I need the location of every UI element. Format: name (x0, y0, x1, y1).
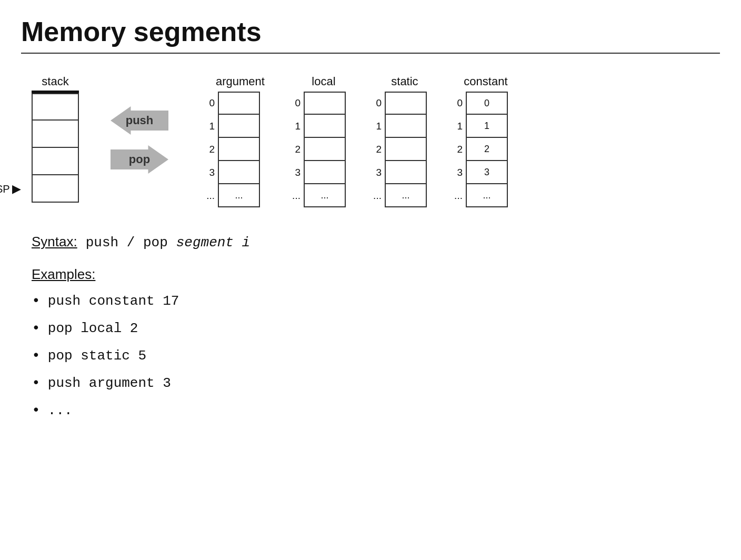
seg-index: ... (200, 190, 215, 202)
seg-index: 1 (286, 121, 301, 132)
seg-row: ...... (286, 184, 346, 207)
seg-row: 0 (200, 92, 260, 115)
stack-cells: SP ▶ (32, 93, 79, 203)
seg-row: 2 (286, 138, 346, 161)
segments-container: argument0123......local0123......static0… (200, 75, 508, 207)
seg-row: 1 (286, 115, 346, 138)
list-item: •push argument 3 (32, 375, 720, 391)
syntax-line: Syntax: push / pop segment i (32, 234, 720, 251)
seg-index: ... (448, 190, 463, 202)
seg-cell (304, 92, 346, 115)
stack-container: stack SP ▶ (32, 75, 79, 203)
seg-index: 1 (200, 121, 215, 132)
seg-index: 3 (286, 167, 301, 178)
seg-row: 0 (367, 92, 427, 115)
seg-row: 3 (367, 161, 427, 184)
stack-cell-1 (32, 93, 79, 121)
seg-cell (385, 115, 427, 138)
example-text: ... (48, 403, 73, 418)
push-arrow-box: push (111, 106, 168, 135)
segment-header-local: local (286, 75, 346, 88)
bullet-icon: • (32, 294, 41, 308)
list-item: •pop static 5 (32, 348, 720, 364)
seg-row: 3 (200, 161, 260, 184)
seg-row: 1 (367, 115, 427, 138)
pop-arrow-box: pop (111, 145, 168, 174)
segment-rows-local: 0123...... (286, 92, 346, 207)
seg-cell: ... (304, 184, 346, 207)
seg-cell (385, 161, 427, 184)
list-item: •... (32, 403, 720, 418)
seg-cell: 2 (466, 138, 508, 161)
seg-index: 3 (200, 167, 215, 178)
seg-cell (218, 92, 260, 115)
sp-arrow-icon: ▶ (12, 182, 21, 196)
example-text: push argument 3 (48, 375, 171, 391)
seg-cell (218, 115, 260, 138)
seg-index: 0 (200, 97, 215, 109)
seg-row: ...... (367, 184, 427, 207)
seg-index: 2 (286, 144, 301, 155)
title-divider (21, 53, 720, 54)
seg-cell (218, 161, 260, 184)
seg-index: 3 (448, 167, 463, 178)
seg-cell (304, 161, 346, 184)
syntax-command: push / pop (86, 235, 168, 251)
seg-row: ...... (448, 184, 508, 207)
seg-index: ... (286, 190, 301, 202)
seg-cell (385, 92, 427, 115)
sp-label: SP ▶ (0, 182, 21, 196)
seg-index: ... (367, 190, 382, 202)
sp-row: SP ▶ (32, 175, 79, 203)
seg-row: 0 (286, 92, 346, 115)
seg-index: 1 (367, 121, 382, 132)
seg-row: 00 (448, 92, 508, 115)
examples-list: •push constant 17•pop local 2•pop static… (32, 293, 720, 418)
syntax-params: segment i (176, 235, 250, 251)
examples-section: Examples: •push constant 17•pop local 2•… (21, 266, 720, 418)
seg-cell (218, 138, 260, 161)
seg-index: 0 (367, 97, 382, 109)
seg-index: 0 (286, 97, 301, 109)
stack-cell-3 (32, 148, 79, 175)
example-text: pop local 2 (48, 321, 138, 336)
seg-cell (304, 138, 346, 161)
stack-cell-2 (32, 121, 79, 148)
segment-col-argument: argument0123...... (200, 75, 265, 207)
examples-label: Examples: (32, 266, 720, 283)
pop-arrow-label: pop (129, 153, 150, 166)
seg-cell (385, 138, 427, 161)
diagram-section: stack SP ▶ push pop argument0123... (21, 75, 720, 207)
segment-header-argument: argument (200, 75, 265, 88)
sp-text: SP (0, 183, 10, 195)
bullet-icon: • (32, 403, 41, 418)
seg-cell: ... (385, 184, 427, 207)
seg-row: 33 (448, 161, 508, 184)
seg-index: 0 (448, 97, 463, 109)
syntax-section: Syntax: push / pop segment i (21, 234, 720, 251)
seg-row: 1 (200, 115, 260, 138)
seg-cell (304, 115, 346, 138)
seg-row: 3 (286, 161, 346, 184)
segment-col-local: local0123...... (286, 75, 346, 207)
list-item: •push constant 17 (32, 293, 720, 309)
push-arrow-label: push (126, 114, 154, 127)
seg-row: 22 (448, 138, 508, 161)
list-item: •pop local 2 (32, 321, 720, 336)
seg-row: 11 (448, 115, 508, 138)
segment-rows-constant: 00112233...... (448, 92, 508, 207)
segment-header-constant: constant (448, 75, 508, 88)
seg-row: 2 (367, 138, 427, 161)
seg-index: 1 (448, 121, 463, 132)
segment-col-static: static0123...... (367, 75, 427, 207)
segment-rows-argument: 0123...... (200, 92, 260, 207)
segment-header-static: static (367, 75, 427, 88)
seg-cell: 1 (466, 115, 508, 138)
segment-rows-static: 0123...... (367, 92, 427, 207)
bullet-icon: • (32, 376, 41, 391)
seg-index: 2 (448, 144, 463, 155)
seg-cell: ... (466, 184, 508, 207)
seg-index: 2 (200, 144, 215, 155)
arrows-container: push pop (111, 106, 168, 174)
bullet-icon: • (32, 321, 41, 336)
